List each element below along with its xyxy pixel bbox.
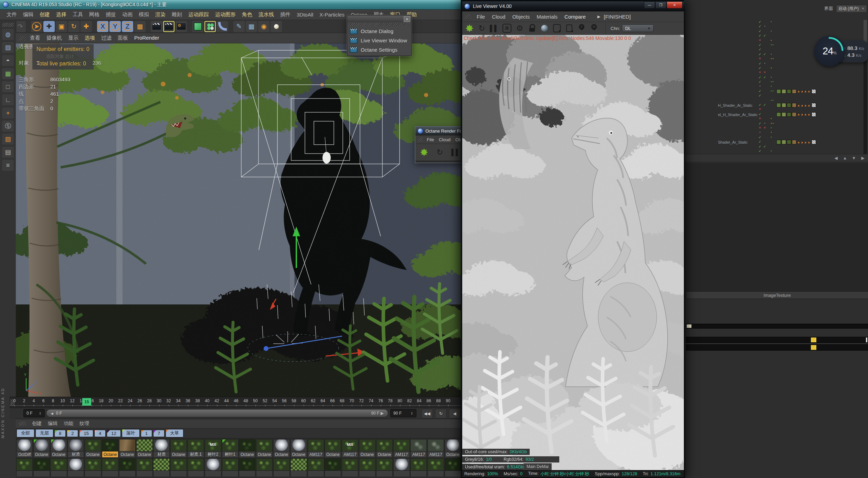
material-thumbnail[interactable] [119, 439, 136, 451]
c4d-menu-item[interactable]: 动画 [119, 11, 136, 18]
z-axis-icon[interactable]: Z [122, 21, 133, 32]
visibility-toggle-icon[interactable] [763, 29, 766, 33]
object-row[interactable]: ▲▲▲▲ [685, 24, 868, 29]
material-thumbnail[interactable] [136, 458, 153, 471]
c4d-menu-item[interactable]: 3DtoAll [294, 12, 316, 18]
spline-pen-icon[interactable]: ✎ [233, 21, 245, 32]
object-row[interactable]: ▲▲▲▲ [685, 131, 868, 135]
pause-render-icon[interactable]: ▌▌ [488, 23, 500, 33]
mouse-icon[interactable]: ⌖ [2, 107, 14, 118]
coord-system-icon[interactable]: ▦ [134, 21, 146, 32]
object-row[interactable]: ▲▲▲▲ [685, 107, 868, 112]
layer-tab[interactable]: 1 [141, 430, 152, 437]
material-name[interactable]: Octane [51, 451, 67, 458]
material-name[interactable]: Octane [359, 451, 375, 458]
material-name[interactable]: Octane [85, 451, 101, 458]
settings-gear-icon[interactable]: ⚙ [514, 23, 526, 33]
material-name[interactable]: 树叶2 [205, 451, 221, 458]
material-item[interactable] [85, 458, 101, 477]
material-thumbnail[interactable] [136, 439, 153, 451]
material-item[interactable] [205, 458, 221, 477]
material-name[interactable] [239, 471, 255, 477]
layer-tab[interactable]: 落叶 [122, 429, 140, 437]
object-row[interactable]: ▲▲▲▲ [685, 75, 868, 80]
material-item[interactable] [222, 458, 239, 477]
material-item[interactable]: Octane [376, 439, 393, 458]
material-item[interactable]: Octane [239, 439, 255, 458]
material-ball-icon[interactable] [539, 23, 550, 33]
material-name[interactable]: AM117 [427, 451, 444, 458]
object-row[interactable]: Shader_Ar_Static ▲▲▲▲ [685, 140, 868, 144]
material-name[interactable] [188, 471, 204, 477]
material-name[interactable] [51, 471, 67, 477]
material-thumbnail[interactable]: MIX [205, 439, 221, 451]
visibility-toggle-icon[interactable] [763, 107, 766, 111]
simulate-icon[interactable]: ◉ [258, 21, 269, 32]
timeline-ruler[interactable]: 0246810121416182022242628303234363840424… [10, 397, 461, 408]
material-name[interactable]: Octane [325, 451, 341, 458]
channel-select[interactable]: DL▼ [622, 24, 654, 32]
pick-focus-icon[interactable] [576, 23, 588, 33]
c4d-menu-item[interactable]: 工具 [70, 11, 86, 18]
visibility-toggle-icon[interactable] [763, 145, 766, 148]
object-row[interactable]: ▲▲▲▲ [685, 29, 868, 34]
material-thumbnail[interactable] [256, 458, 273, 471]
material-thumbnail[interactable] [16, 439, 33, 451]
visibility-toggle-icon[interactable] [763, 71, 766, 74]
scale-tool-icon[interactable]: ▣ [56, 21, 67, 32]
visibility-toggle-icon[interactable] [763, 84, 766, 88]
material-name[interactable] [153, 471, 170, 477]
cube-icon[interactable]: ▧ [2, 42, 14, 53]
live-viewer-titlebar[interactable]: Live Viewer V4.00 — ❐ ✕ [462, 1, 684, 11]
object-name[interactable]: el_H_Shader_Ar_Static [718, 113, 758, 117]
material-thumbnail[interactable] [222, 458, 239, 471]
material-thumbnail[interactable] [33, 439, 50, 451]
material-thumbnail[interactable] [239, 458, 255, 471]
material-thumbnail[interactable] [359, 458, 375, 471]
y-axis-icon[interactable]: Y [109, 21, 121, 32]
material-name[interactable]: AM117 [342, 451, 358, 458]
material-name[interactable]: Octane [273, 451, 290, 458]
material-thumbnail[interactable] [51, 439, 67, 451]
material-thumbnail[interactable] [33, 458, 50, 471]
restart-render-icon[interactable]: ↻ [434, 147, 446, 157]
viewport-menu-item[interactable]: ProRender [131, 35, 162, 41]
object-row[interactable]: ▲▲▲▲ [685, 20, 868, 24]
material-thumbnail[interactable] [308, 439, 324, 451]
enable-toggle-icon[interactable] [758, 145, 762, 148]
c4d-menu-item[interactable]: 文件 [3, 11, 20, 18]
material-menu-item[interactable]: 创建 [29, 420, 45, 427]
enable-toggle-icon[interactable] [758, 149, 762, 153]
enable-toggle-icon[interactable] [758, 140, 762, 144]
material-name[interactable] [290, 471, 307, 477]
live-viewer-menu-item[interactable]: Materials [533, 14, 561, 20]
visibility-toggle-icon[interactable] [763, 57, 766, 60]
layer-tab[interactable]: 7 [153, 430, 165, 437]
layer-tab[interactable]: 12 [107, 430, 120, 437]
visibility-toggle-icon[interactable] [763, 112, 766, 116]
material-item[interactable] [308, 458, 324, 477]
enable-toggle-icon[interactable] [758, 43, 762, 47]
frame-end-spinner[interactable]: 90 F [390, 409, 416, 417]
texture-icon[interactable]: ▤ [2, 147, 14, 158]
c4d-menu-item[interactable]: 运动图形 [212, 11, 239, 18]
layer-tab[interactable]: 大草 [166, 429, 183, 437]
material-item[interactable]: 材质 [153, 439, 170, 458]
material-thumbnail[interactable] [427, 439, 444, 451]
grid-icon[interactable]: ▦ [2, 68, 14, 79]
bend-deformer-icon[interactable] [217, 21, 228, 32]
material-thumbnail[interactable] [51, 458, 67, 471]
visibility-toggle-icon[interactable] [763, 75, 766, 79]
material-thumbnail[interactable] [427, 458, 444, 471]
viewport-menu-item[interactable]: 显示 [65, 35, 82, 41]
material-thumbnail[interactable] [119, 458, 136, 471]
material-thumbnail[interactable] [188, 439, 204, 451]
globe-icon[interactable]: ◍ [2, 29, 14, 40]
menu-grip[interactable] [464, 14, 471, 19]
nav-left-icon[interactable]: ◀ [833, 156, 839, 160]
goto-start-button[interactable]: ◀◀ [421, 409, 433, 418]
visibility-toggle-icon[interactable] [763, 52, 766, 56]
material-thumbnail[interactable] [290, 439, 307, 451]
material-name[interactable]: 材质 [153, 451, 170, 458]
material-thumbnail[interactable] [239, 439, 255, 451]
